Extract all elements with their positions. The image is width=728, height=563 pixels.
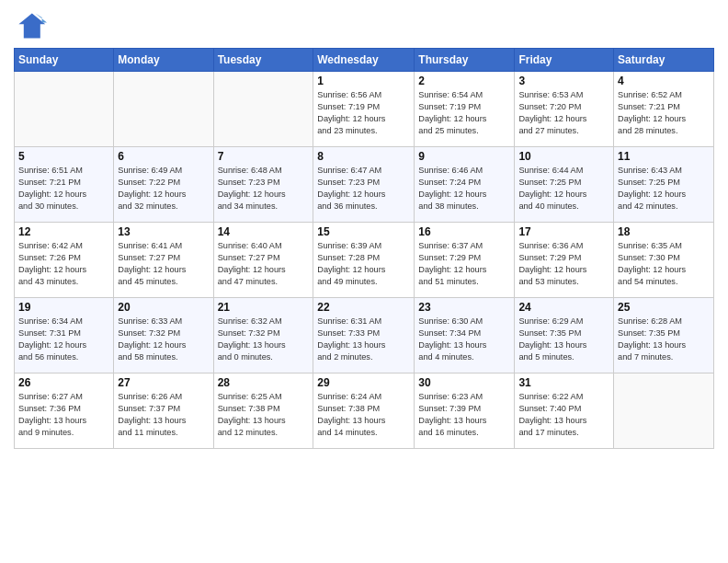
day-info: Sunrise: 6:49 AM Sunset: 7:22 PM Dayligh… [118, 165, 209, 213]
day-cell: 29Sunrise: 6:24 AM Sunset: 7:38 PM Dayli… [313, 373, 415, 449]
calendar-header: SundayMondayTuesdayWednesdayThursdayFrid… [15, 49, 714, 72]
day-cell: 30Sunrise: 6:23 AM Sunset: 7:39 PM Dayli… [415, 373, 515, 449]
day-cell: 2Sunrise: 6:54 AM Sunset: 7:19 PM Daylig… [415, 72, 515, 147]
day-info: Sunrise: 6:30 AM Sunset: 7:34 PM Dayligh… [418, 316, 510, 363]
day-cell [15, 72, 114, 147]
day-info: Sunrise: 6:56 AM Sunset: 7:19 PM Dayligh… [317, 89, 410, 137]
calendar-body: 1Sunrise: 6:56 AM Sunset: 7:19 PM Daylig… [15, 72, 714, 449]
day-cell [614, 373, 714, 449]
day-number: 31 [518, 376, 609, 389]
day-cell: 27Sunrise: 6:26 AM Sunset: 7:37 PM Dayli… [114, 373, 213, 449]
day-cell: 24Sunrise: 6:29 AM Sunset: 7:35 PM Dayli… [515, 298, 614, 373]
day-info: Sunrise: 6:24 AM Sunset: 7:38 PM Dayligh… [317, 391, 410, 439]
day-number: 19 [18, 301, 109, 314]
day-cell: 23Sunrise: 6:30 AM Sunset: 7:34 PM Dayli… [415, 298, 515, 373]
day-number: 17 [518, 225, 609, 238]
day-info: Sunrise: 6:42 AM Sunset: 7:26 PM Dayligh… [18, 240, 109, 288]
day-cell [213, 72, 313, 147]
day-cell: 28Sunrise: 6:25 AM Sunset: 7:38 PM Dayli… [213, 373, 313, 449]
day-number: 25 [618, 301, 710, 314]
day-number: 11 [618, 150, 710, 163]
logo-icon [14, 9, 47, 42]
day-cell: 8Sunrise: 6:47 AM Sunset: 7:23 PM Daylig… [313, 147, 415, 223]
day-cell: 16Sunrise: 6:37 AM Sunset: 7:29 PM Dayli… [415, 223, 515, 298]
day-number: 5 [18, 150, 109, 163]
day-info: Sunrise: 6:37 AM Sunset: 7:29 PM Dayligh… [418, 240, 510, 288]
day-info: Sunrise: 6:32 AM Sunset: 7:32 PM Dayligh… [218, 316, 310, 363]
day-cell: 9Sunrise: 6:46 AM Sunset: 7:24 PM Daylig… [415, 147, 515, 223]
day-cell: 10Sunrise: 6:44 AM Sunset: 7:25 PM Dayli… [515, 147, 614, 223]
day-info: Sunrise: 6:53 AM Sunset: 7:20 PM Dayligh… [518, 89, 609, 137]
day-info: Sunrise: 6:27 AM Sunset: 7:36 PM Dayligh… [18, 391, 109, 439]
weekday-header-wednesday: Wednesday [313, 49, 415, 72]
day-info: Sunrise: 6:44 AM Sunset: 7:25 PM Dayligh… [518, 165, 609, 213]
day-info: Sunrise: 6:25 AM Sunset: 7:38 PM Dayligh… [218, 391, 310, 439]
weekday-header-friday: Friday [515, 49, 614, 72]
day-number: 30 [418, 376, 510, 389]
day-info: Sunrise: 6:26 AM Sunset: 7:37 PM Dayligh… [118, 391, 209, 439]
weekday-header-sunday: Sunday [15, 49, 114, 72]
day-info: Sunrise: 6:28 AM Sunset: 7:35 PM Dayligh… [618, 316, 710, 363]
day-cell: 7Sunrise: 6:48 AM Sunset: 7:23 PM Daylig… [213, 147, 313, 223]
day-cell: 31Sunrise: 6:22 AM Sunset: 7:40 PM Dayli… [515, 373, 614, 449]
week-row-3: 12Sunrise: 6:42 AM Sunset: 7:26 PM Dayli… [15, 223, 714, 298]
day-cell: 13Sunrise: 6:41 AM Sunset: 7:27 PM Dayli… [114, 223, 213, 298]
day-cell: 22Sunrise: 6:31 AM Sunset: 7:33 PM Dayli… [313, 298, 415, 373]
day-cell: 3Sunrise: 6:53 AM Sunset: 7:20 PM Daylig… [515, 72, 614, 147]
logo [14, 9, 51, 42]
weekday-header-saturday: Saturday [614, 49, 714, 72]
day-number: 29 [317, 376, 410, 389]
day-number: 15 [317, 225, 410, 238]
day-info: Sunrise: 6:51 AM Sunset: 7:21 PM Dayligh… [18, 165, 109, 213]
day-info: Sunrise: 6:41 AM Sunset: 7:27 PM Dayligh… [118, 240, 209, 288]
day-number: 21 [218, 301, 310, 314]
day-number: 8 [317, 150, 410, 163]
day-cell: 21Sunrise: 6:32 AM Sunset: 7:32 PM Dayli… [213, 298, 313, 373]
day-cell: 18Sunrise: 6:35 AM Sunset: 7:30 PM Dayli… [614, 223, 714, 298]
day-number: 7 [218, 150, 310, 163]
day-number: 23 [418, 301, 510, 314]
day-cell: 5Sunrise: 6:51 AM Sunset: 7:21 PM Daylig… [15, 147, 114, 223]
day-info: Sunrise: 6:36 AM Sunset: 7:29 PM Dayligh… [518, 240, 609, 288]
day-number: 24 [518, 301, 609, 314]
page: SundayMondayTuesdayWednesdayThursdayFrid… [0, 0, 728, 458]
day-cell [114, 72, 213, 147]
weekday-header-thursday: Thursday [415, 49, 515, 72]
day-number: 12 [18, 225, 109, 238]
day-cell: 20Sunrise: 6:33 AM Sunset: 7:32 PM Dayli… [114, 298, 213, 373]
day-number: 22 [317, 301, 410, 314]
day-number: 20 [118, 301, 209, 314]
week-row-4: 19Sunrise: 6:34 AM Sunset: 7:31 PM Dayli… [15, 298, 714, 373]
weekday-header-monday: Monday [114, 49, 213, 72]
day-cell: 6Sunrise: 6:49 AM Sunset: 7:22 PM Daylig… [114, 147, 213, 223]
week-row-2: 5Sunrise: 6:51 AM Sunset: 7:21 PM Daylig… [15, 147, 714, 223]
day-number: 3 [518, 75, 609, 87]
day-cell: 4Sunrise: 6:52 AM Sunset: 7:21 PM Daylig… [614, 72, 714, 147]
day-info: Sunrise: 6:34 AM Sunset: 7:31 PM Dayligh… [18, 316, 109, 363]
day-info: Sunrise: 6:40 AM Sunset: 7:27 PM Dayligh… [218, 240, 310, 288]
day-info: Sunrise: 6:22 AM Sunset: 7:40 PM Dayligh… [518, 391, 609, 439]
day-number: 10 [518, 150, 609, 163]
day-number: 13 [118, 225, 209, 238]
day-info: Sunrise: 6:43 AM Sunset: 7:25 PM Dayligh… [618, 165, 710, 213]
day-number: 9 [418, 150, 510, 163]
day-number: 16 [418, 225, 510, 238]
day-number: 2 [418, 75, 510, 87]
day-number: 26 [18, 376, 109, 389]
day-info: Sunrise: 6:39 AM Sunset: 7:28 PM Dayligh… [317, 240, 410, 288]
day-info: Sunrise: 6:52 AM Sunset: 7:21 PM Dayligh… [618, 89, 710, 137]
day-info: Sunrise: 6:33 AM Sunset: 7:32 PM Dayligh… [118, 316, 209, 363]
day-info: Sunrise: 6:35 AM Sunset: 7:30 PM Dayligh… [618, 240, 710, 288]
day-info: Sunrise: 6:23 AM Sunset: 7:39 PM Dayligh… [418, 391, 510, 439]
day-info: Sunrise: 6:47 AM Sunset: 7:23 PM Dayligh… [317, 165, 410, 213]
day-cell: 11Sunrise: 6:43 AM Sunset: 7:25 PM Dayli… [614, 147, 714, 223]
week-row-5: 26Sunrise: 6:27 AM Sunset: 7:36 PM Dayli… [15, 373, 714, 449]
day-cell: 14Sunrise: 6:40 AM Sunset: 7:27 PM Dayli… [213, 223, 313, 298]
day-number: 14 [218, 225, 310, 238]
day-number: 6 [118, 150, 209, 163]
day-cell: 19Sunrise: 6:34 AM Sunset: 7:31 PM Dayli… [15, 298, 114, 373]
day-info: Sunrise: 6:29 AM Sunset: 7:35 PM Dayligh… [518, 316, 609, 363]
day-cell: 26Sunrise: 6:27 AM Sunset: 7:36 PM Dayli… [15, 373, 114, 449]
day-number: 28 [218, 376, 310, 389]
day-info: Sunrise: 6:46 AM Sunset: 7:24 PM Dayligh… [418, 165, 510, 213]
